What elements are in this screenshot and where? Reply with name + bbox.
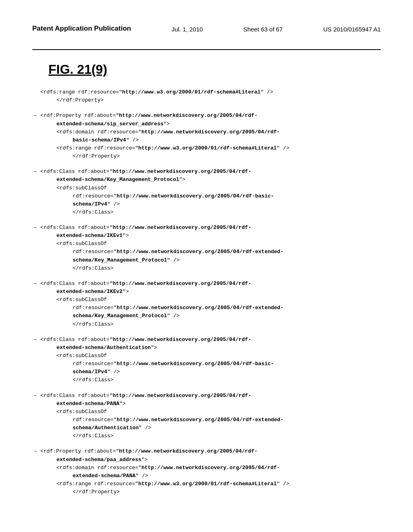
code-line: schema/IPv4" /> [73, 368, 381, 376]
block-marker: – [34, 280, 37, 288]
code-line: <rdfs:Class rdf:about="http://www.networ… [40, 392, 381, 400]
code-line: <rdf:Property rdf:about="http://www.netw… [40, 112, 381, 120]
page-header: Patent Application Publication Jul. 1, 2… [32, 24, 381, 33]
code-block-2: – <rdf:Property rdf:about="http://www.ne… [40, 112, 381, 160]
code-line: <rdfs:Class rdf:about="http://www.networ… [40, 168, 381, 176]
code-block-1: <rdfs:range rdf:resource="http://www.w3.… [40, 88, 381, 104]
code-block-5: – <rdfs:Class rdf:about="http://www.netw… [40, 280, 381, 328]
code-line: <rdfs:subClassOf [56, 240, 381, 248]
block-marker: – [34, 336, 37, 344]
block-marker: – [34, 224, 37, 232]
page: Patent Application Publication Jul. 1, 2… [0, 0, 413, 532]
header-divider [32, 49, 381, 50]
code-line: </rdf:Property> [73, 488, 381, 496]
publication-title: Patent Application Publication [32, 24, 131, 33]
code-line: <rdfs:range rdf:resource="http://www.w3.… [56, 144, 381, 152]
code-line: schema/Authentication" /> [73, 424, 381, 432]
code-block-6: – <rdfs:Class rdf:about="http://www.netw… [40, 336, 381, 384]
block-marker: – [34, 112, 37, 120]
code-line: rdf:resource="http://www.networkdiscover… [73, 304, 381, 312]
code-line: extended-schema/IKEv2"> [56, 288, 381, 296]
code-line: basic-schema/IPv4" /> [73, 136, 381, 144]
publication-date: Jul. 1, 2010 [171, 24, 203, 33]
code-line: <rdfs:subClassOf [56, 352, 381, 360]
code-line: extended-schema/IKEv1"> [56, 232, 381, 240]
code-line: <rdfs:Class rdf:about="http://www.networ… [40, 280, 381, 288]
code-line: <rdfs:subClassOf [56, 184, 381, 192]
code-line: </rdfs:Class> [73, 264, 381, 272]
code-line: schema/Key_Management_Protocol" /> [73, 256, 381, 264]
code-line: <rdfs:Class rdf:about="http://www.networ… [40, 224, 381, 232]
patent-number: US 2010/0165947 A1 [323, 24, 381, 33]
code-block-4: – <rdfs:Class rdf:about="http://www.netw… [40, 224, 381, 272]
code-block-3: – <rdfs:Class rdf:about="http://www.netw… [40, 168, 381, 216]
code-line: </rdfs:Class> [73, 320, 381, 328]
code-line: extended-schema/Authentication"> [56, 344, 381, 352]
code-line: extended-schema/sip_server_address"> [56, 120, 381, 128]
code-line: rdf:resource="http://www.networkdiscover… [73, 360, 381, 368]
code-line: </rdfs:Class> [73, 208, 381, 216]
block-marker: – [34, 447, 37, 455]
code-line: <rdfs:domain rdf:resource="http://www.ne… [56, 128, 381, 136]
code-line: rdf:resource="http://www.networkdiscover… [73, 192, 381, 200]
block-marker: – [34, 168, 37, 176]
code-line: rdf:resource="http://www.networkdiscover… [73, 416, 381, 424]
code-content: <rdfs:range rdf:resource="http://www.w3.… [40, 88, 381, 496]
sheet-info: Sheet 63 of 67 [243, 24, 283, 33]
code-line: schema/Key_Management_Protocol" /> [73, 312, 381, 320]
code-line: extended-schema/PANA" /> [73, 472, 381, 480]
code-line: </rdf:Property> [73, 152, 381, 160]
code-line: <rdfs:Class rdf:about="http://www.networ… [40, 336, 381, 344]
code-line: </rdfs:Class> [73, 432, 381, 440]
code-line: <rdfs:domain rdf:resource="http://www.ne… [56, 464, 381, 472]
code-block-7: – <rdfs:Class rdf:about="http://www.netw… [40, 392, 381, 441]
code-line: extended-schema/paa_address"> [56, 456, 381, 464]
code-line: <rdfs:range rdf:resource="http://www.w3.… [40, 88, 381, 96]
code-line: rdf:resource="http://www.networkdiscover… [73, 248, 381, 256]
code-block-8: – <rdf:Property rdf:about="http://www.ne… [40, 447, 381, 496]
code-line: <rdfs:subClassOf [56, 408, 381, 416]
code-line: schema/IPv4" /> [73, 200, 381, 208]
code-line: <rdfs:subClassOf [56, 296, 381, 304]
code-line: <rdfs:range rdf:resource="http://www.w3.… [56, 480, 381, 488]
code-line: extended-schema/PANA"> [56, 400, 381, 408]
code-line: <rdf:Property rdf:about="http://www.netw… [40, 447, 381, 455]
code-line: </rdf:Property> [56, 96, 381, 104]
code-line: extended-schema/Key_Management_Protocol"… [56, 176, 381, 184]
block-marker: – [34, 392, 37, 400]
figure-title: FIG. 21(9) [48, 62, 381, 77]
code-line: </rdfs:Class> [73, 376, 381, 384]
